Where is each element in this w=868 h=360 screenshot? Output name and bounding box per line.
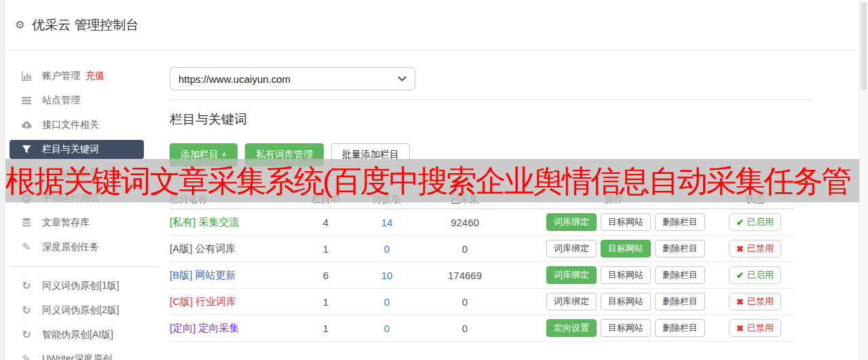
column-id: 1 <box>295 296 356 308</box>
column-header: 待抓取 <box>356 194 417 206</box>
gears-icon: ⚙ <box>20 168 33 180</box>
sidebar-item-label: 智能伪原创[AI版] <box>42 329 113 341</box>
scrollbar[interactable] <box>859 0 868 360</box>
pending-cell: 0 <box>356 296 417 308</box>
status-cell: ✖已禁用 <box>716 293 794 310</box>
thesaurus-bind-button[interactable]: 词库绑定 <box>546 266 597 284</box>
site-select[interactable]: https://www.ucaiyun.com <box>170 67 415 90</box>
sidebar-item-label: 深度原创任务 <box>42 241 99 253</box>
sidebar-item-label: UWriter深度原创 <box>42 353 112 360</box>
sidebar-item-synonym-rewrite-1[interactable]: ↻同义词伪原创[1版] <box>5 274 170 298</box>
target-site-button[interactable]: 目标网站 <box>601 293 651 310</box>
sidebar-item-article-cache[interactable]: 文章暂存库 <box>5 211 170 235</box>
table-header-row: 栏目名称栏目ID待抓取已采集操作状态 <box>170 191 794 209</box>
collected-count: 174669 <box>417 270 512 281</box>
column-header: 操作 <box>512 194 716 206</box>
refresh-icon: ↻ <box>20 304 33 317</box>
column-name-link[interactable]: [私有] 采集交流 <box>170 216 295 229</box>
collected-count: 0 <box>417 243 512 255</box>
collected-count: 0 <box>417 296 512 308</box>
status-toggle-button[interactable]: ✖已禁用 <box>729 293 781 310</box>
add-column-button[interactable]: 添加栏目 + <box>170 143 238 166</box>
thesaurus-bind-button[interactable]: 词库绑定 <box>546 213 597 231</box>
private-thesaurus-button[interactable]: 私有词库管理 <box>245 143 324 166</box>
column-id: 4 <box>295 217 356 228</box>
directional-settings-button[interactable]: 定向设置 <box>546 319 597 337</box>
recharge-badge[interactable]: 充值 <box>86 70 105 82</box>
sidebar-item-columns-keywords[interactable]: 栏目与关键词 <box>10 140 144 159</box>
pending-cell: 14 <box>356 217 417 228</box>
batch-add-column-button[interactable]: 批量添加栏目 <box>331 143 410 166</box>
check-icon: ✔ <box>736 271 744 280</box>
delete-column-button[interactable]: 删除栏目 <box>655 293 705 310</box>
delete-column-button[interactable]: 删除栏目 <box>655 319 705 337</box>
cross-icon: ✖ <box>736 245 744 253</box>
column-name-link[interactable]: [B版] 网站更新 <box>170 269 295 282</box>
sidebar-item-sites[interactable]: 站点管理 <box>5 88 170 113</box>
sidebar-item-label: 站点管理 <box>42 94 80 107</box>
target-site-button[interactable]: 目标网站 <box>601 240 651 257</box>
status-toggle-button[interactable]: ✖已禁用 <box>729 240 781 257</box>
sidebar-item-account[interactable]: 账户管理充值 <box>5 64 170 88</box>
sidebar-item-uwriter-deep-original[interactable]: ✎UWriter深度原创 <box>5 347 170 360</box>
sidebar-item-label: 接口文件相关 <box>42 119 99 131</box>
top-header: ⚙ 优采云 管理控制台 <box>5 0 859 50</box>
column-id: 6 <box>295 270 356 281</box>
sidebar-item-deep-original-task[interactable]: ✎深度原创任务 <box>5 235 170 259</box>
collected-count: 92460 <box>417 217 512 228</box>
delete-column-button[interactable]: 删除栏目 <box>655 240 705 257</box>
target-site-button[interactable]: 目标网站 <box>601 213 651 231</box>
status-toggle-button[interactable]: ✖已禁用 <box>729 319 781 337</box>
divider <box>170 99 812 100</box>
pending-count-link[interactable]: 10 <box>381 270 393 281</box>
sidebar-item-synonym-rewrite-2[interactable]: ↻同义词伪原创[2版] <box>5 298 170 323</box>
chevron-down-icon <box>398 76 407 82</box>
thesaurus-bind-button[interactable]: 词库绑定 <box>546 240 597 257</box>
row-actions: 词库绑定目标网站删除栏目 <box>512 240 716 257</box>
sidebar: 账户管理充值站点管理接口文件相关栏目与关键词⚙采集细节设置手动运行测试文章暂存库… <box>5 50 170 360</box>
sidebar-item-ai-rewrite[interactable]: ↻智能伪原创[AI版] <box>5 323 170 347</box>
column-header: 栏目ID <box>295 194 356 206</box>
sidebar-item-label: 采集细节设置 <box>42 168 99 180</box>
pending-count-link[interactable]: 0 <box>384 243 390 255</box>
pending-count-link[interactable]: 14 <box>381 217 393 228</box>
delete-column-button[interactable]: 删除栏目 <box>655 266 705 284</box>
status-cell: ✔已启用 <box>716 266 794 284</box>
column-header: 栏目名称 <box>170 194 295 206</box>
cloud-upload-icon <box>20 119 33 131</box>
status-toggle-button[interactable]: ✔已启用 <box>729 266 781 284</box>
bar-chart-icon <box>20 70 33 82</box>
column-name-link[interactable]: [A版] 公有词库 <box>170 242 295 255</box>
status-toggle-button[interactable]: ✔已启用 <box>729 213 781 231</box>
status-label: 已启用 <box>747 216 774 228</box>
funnel-icon <box>20 143 33 156</box>
column-name-link[interactable]: [C版] 行业词库 <box>170 295 295 308</box>
sidebar-item-interface-files[interactable]: 接口文件相关 <box>5 113 170 137</box>
target-site-button[interactable]: 目标网站 <box>601 319 651 337</box>
sidebar-item-label: 同义词伪原创[2版] <box>42 304 119 317</box>
refresh-icon: ↻ <box>20 329 33 341</box>
pending-cell: 10 <box>356 270 417 281</box>
columns-table: 栏目名称栏目ID待抓取已采集操作状态[私有] 采集交流41492460词库绑定目… <box>170 191 794 342</box>
status-cell: ✖已禁用 <box>716 319 794 337</box>
sidebar-item-label: 手动运行测试 <box>42 192 99 204</box>
refresh-icon: ↻ <box>20 280 33 292</box>
table-row: [C版] 行业词库100词库绑定目标网站删除栏目✖已禁用 <box>170 289 794 315</box>
sidebar-item-label: 账户管理 <box>42 70 80 82</box>
row-actions: 词库绑定目标网站删除栏目 <box>512 293 716 310</box>
delete-column-button[interactable]: 删除栏目 <box>655 213 705 231</box>
target-site-button[interactable]: 目标网站 <box>601 266 651 284</box>
table-row: [A版] 公有词库100词库绑定目标网站删除栏目✖已禁用 <box>170 236 794 262</box>
pending-count-link[interactable]: 0 <box>384 296 390 308</box>
page-left-margin <box>0 0 5 360</box>
scrollbar-thumb[interactable] <box>861 2 867 90</box>
pending-count-link[interactable]: 0 <box>384 323 390 334</box>
row-actions: 定向设置目标网站删除栏目 <box>512 319 716 337</box>
column-name-link[interactable]: [定向] 定向采集 <box>170 322 295 335</box>
thesaurus-bind-button[interactable]: 词库绑定 <box>546 293 597 310</box>
sidebar-item-manual-test[interactable]: 手动运行测试 <box>5 186 170 211</box>
column-header: 已采集 <box>417 194 512 206</box>
status-cell: ✖已禁用 <box>716 240 794 257</box>
sidebar-item-collection-details[interactable]: ⚙采集细节设置 <box>5 162 170 186</box>
row-actions: 词库绑定目标网站删除栏目 <box>512 266 716 284</box>
